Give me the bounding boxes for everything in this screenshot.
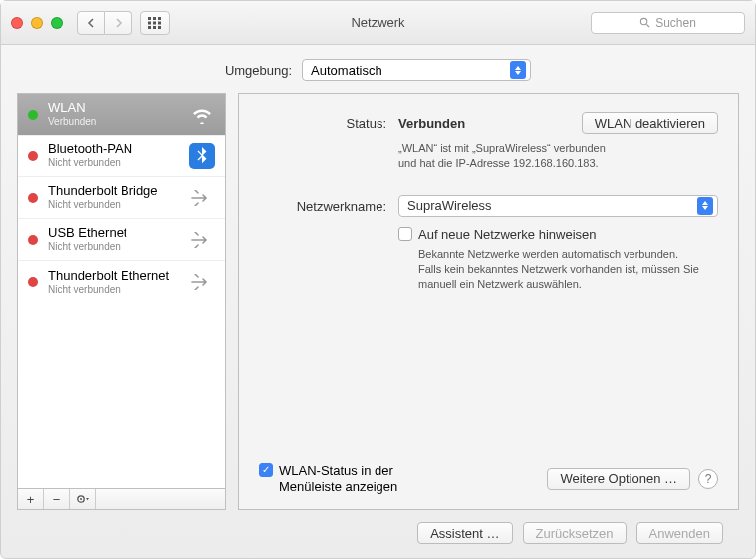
bluetooth-icon bbox=[189, 143, 215, 169]
wifi-icon bbox=[189, 102, 215, 128]
sidebar-item-thunderbolt-bridge[interactable]: Thunderbolt Bridge Nicht verbunden bbox=[18, 177, 225, 219]
select-stepper-icon bbox=[697, 197, 713, 215]
forward-button[interactable] bbox=[105, 11, 132, 35]
wlan-deactivate-button[interactable]: WLAN deaktivieren bbox=[582, 112, 718, 134]
sidebar-item-wlan[interactable]: WLAN Verbunden bbox=[18, 94, 225, 136]
service-sidebar: WLAN Verbunden Bluetooth-PAN Nicht verbu… bbox=[17, 93, 226, 510]
grid-icon bbox=[148, 17, 162, 29]
svg-line-10 bbox=[646, 24, 649, 27]
remove-service-button[interactable]: − bbox=[44, 489, 70, 509]
service-status: Verbunden bbox=[48, 116, 179, 128]
svg-rect-4 bbox=[153, 21, 156, 24]
add-service-button[interactable]: + bbox=[18, 489, 44, 509]
menubar-status-label: WLAN-Status in der Menüleiste anzeigen bbox=[279, 463, 397, 496]
apply-button[interactable]: Anwenden bbox=[636, 522, 723, 544]
ethernet-icon bbox=[189, 227, 215, 253]
svg-rect-8 bbox=[158, 26, 161, 29]
minimize-window-button[interactable] bbox=[31, 17, 43, 29]
network-name-select[interactable]: SupraWireless bbox=[398, 195, 718, 217]
gear-icon bbox=[76, 493, 90, 505]
sidebar-item-bluetooth-pan[interactable]: Bluetooth-PAN Nicht verbunden bbox=[18, 136, 225, 177]
svg-rect-3 bbox=[148, 21, 151, 24]
advanced-options-button[interactable]: Weitere Optionen … bbox=[547, 468, 690, 490]
close-window-button[interactable] bbox=[11, 17, 23, 29]
search-placeholder: Suchen bbox=[655, 16, 696, 30]
sidebar-item-thunderbolt-ethernet[interactable]: Thunderbolt Ethernet Nicht verbunden bbox=[18, 261, 225, 303]
location-select[interactable]: Automatisch bbox=[302, 59, 531, 81]
status-row: Status: Verbunden WLAN deaktivieren „WLA… bbox=[259, 112, 718, 171]
network-preferences-window: Netzwerk Suchen Umgebung: Automatisch WL… bbox=[0, 0, 756, 559]
status-dot-disconnected-icon bbox=[28, 193, 38, 203]
help-button[interactable]: ? bbox=[698, 469, 718, 489]
svg-rect-2 bbox=[158, 17, 161, 20]
service-name: WLAN bbox=[48, 101, 179, 116]
search-input[interactable]: Suchen bbox=[591, 12, 745, 34]
location-row: Umgebung: Automatisch bbox=[17, 59, 739, 81]
service-list[interactable]: WLAN Verbunden Bluetooth-PAN Nicht verbu… bbox=[17, 93, 226, 488]
zoom-window-button[interactable] bbox=[51, 17, 63, 29]
notify-help-text: Bekannte Netzwerke werden automatisch ve… bbox=[418, 247, 718, 292]
notify-new-networks-checkbox[interactable] bbox=[398, 227, 412, 241]
location-label: Umgebung: bbox=[225, 63, 292, 78]
chevron-left-icon bbox=[87, 18, 95, 28]
detail-pane: Status: Verbunden WLAN deaktivieren „WLA… bbox=[238, 93, 739, 510]
service-name: Bluetooth-PAN bbox=[48, 142, 179, 157]
service-status: Nicht verbunden bbox=[48, 284, 179, 296]
search-icon bbox=[639, 17, 650, 28]
service-toolbar: + − bbox=[17, 488, 226, 510]
nav-buttons bbox=[77, 11, 132, 35]
location-value: Automatisch bbox=[311, 63, 382, 78]
svg-rect-1 bbox=[153, 17, 156, 20]
bottom-row: WLAN-Status in der Menüleiste anzeigen W… bbox=[259, 463, 718, 496]
status-label: Status: bbox=[259, 112, 398, 131]
sidebar-item-usb-ethernet[interactable]: USB Ethernet Nicht verbunden bbox=[18, 219, 225, 261]
titlebar: Netzwerk Suchen bbox=[1, 1, 755, 45]
window-controls bbox=[11, 17, 63, 29]
service-status: Nicht verbunden bbox=[48, 157, 179, 169]
menubar-status-checkbox-row: WLAN-Status in der Menüleiste anzeigen bbox=[259, 463, 397, 496]
status-dot-disconnected-icon bbox=[28, 277, 38, 287]
network-name-value: SupraWireless bbox=[407, 198, 492, 213]
svg-rect-5 bbox=[158, 21, 161, 24]
back-button[interactable] bbox=[77, 11, 105, 35]
service-name: Thunderbolt Ethernet bbox=[48, 269, 179, 284]
ethernet-icon bbox=[189, 269, 215, 295]
svg-rect-0 bbox=[148, 17, 151, 20]
status-dot-disconnected-icon bbox=[28, 151, 38, 161]
assistant-button[interactable]: Assistent … bbox=[417, 522, 512, 544]
svg-point-9 bbox=[641, 18, 647, 24]
status-dot-disconnected-icon bbox=[28, 235, 38, 245]
status-value: Verbunden bbox=[398, 116, 465, 131]
status-dot-connected-icon bbox=[28, 110, 38, 120]
network-name-label: Netzwerkname: bbox=[259, 195, 398, 214]
select-stepper-icon bbox=[510, 61, 526, 79]
service-status: Nicht verbunden bbox=[48, 241, 179, 253]
footer-buttons: Assistent … Zurücksetzen Anwenden bbox=[17, 510, 739, 544]
service-name: USB Ethernet bbox=[48, 226, 179, 241]
chevron-right-icon bbox=[115, 18, 123, 28]
revert-button[interactable]: Zurücksetzen bbox=[523, 522, 627, 544]
ethernet-icon bbox=[189, 185, 215, 211]
svg-rect-6 bbox=[148, 26, 151, 29]
network-name-row: Netzwerkname: SupraWireless Auf neue Net… bbox=[259, 195, 718, 292]
status-detail: „WLAN“ ist mit „SupraWireless“ verbunden… bbox=[398, 141, 718, 171]
service-name: Thunderbolt Bridge bbox=[48, 184, 179, 199]
svg-point-12 bbox=[80, 498, 82, 500]
notify-new-networks-label: Auf neue Netzwerke hinweisen bbox=[418, 227, 597, 243]
window-body: Umgebung: Automatisch WLAN Verbunden bbox=[1, 45, 755, 558]
notify-new-networks-checkbox-row: Auf neue Netzwerke hinweisen bbox=[398, 227, 718, 243]
svg-rect-7 bbox=[153, 26, 156, 29]
menubar-status-checkbox[interactable] bbox=[259, 463, 273, 477]
show-all-button[interactable] bbox=[140, 11, 170, 35]
columns: WLAN Verbunden Bluetooth-PAN Nicht verbu… bbox=[17, 93, 739, 510]
service-status: Nicht verbunden bbox=[48, 199, 179, 211]
service-actions-button[interactable] bbox=[70, 489, 96, 509]
